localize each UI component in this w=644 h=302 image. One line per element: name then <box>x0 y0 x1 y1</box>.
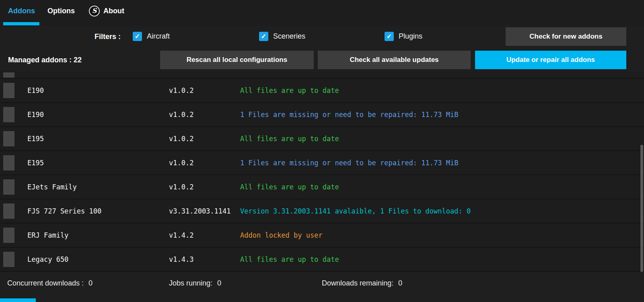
addon-list: E190v1.0.2All files are up to dateE190v1… <box>0 72 644 272</box>
addon-select-box[interactable] <box>3 72 14 78</box>
filter-sceneries[interactable]: ✓ Sceneries <box>259 32 305 41</box>
addon-status: All files are up to date <box>240 135 644 143</box>
tab-addons-label: Addons <box>8 7 35 15</box>
status-bar: Concurrent downloads : 0 Jobs running: 0… <box>0 272 644 294</box>
addon-version: v1.4.3 <box>169 255 240 263</box>
jobs-running-label: Jobs running: <box>169 279 212 288</box>
addon-name: ERJ Family <box>27 231 169 239</box>
downloads-remaining-status: Downloads remaining: 0 <box>322 279 402 288</box>
managed-addons-count: Managed addons : 22 <box>8 56 82 64</box>
addon-name: E190 <box>27 111 169 119</box>
addon-row[interactable]: FJS 727 Series 100v3.31.2003.1141Version… <box>0 199 644 224</box>
filters-heading: Filters : <box>95 33 121 41</box>
addon-row[interactable]: E195v1.0.21 Files are missing or need to… <box>0 151 644 175</box>
concurrent-downloads-status: Concurrent downloads : 0 <box>7 279 93 288</box>
addon-select-box[interactable] <box>3 131 14 146</box>
addon-select-box[interactable] <box>3 155 14 171</box>
addon-status: 1 Files are missing or need to be repair… <box>240 159 644 167</box>
addon-row-partial[interactable] <box>0 72 644 79</box>
addon-version: v3.31.2003.1141 <box>169 207 240 215</box>
tab-about-label: About <box>103 7 124 15</box>
addon-status: 1 Files are missing or need to be repair… <box>240 111 644 119</box>
addon-version: v1.4.2 <box>169 231 240 239</box>
check-new-addons-button[interactable]: Check for new addons <box>506 27 626 46</box>
addon-row[interactable]: E195v1.0.2All files are up to date <box>0 127 644 151</box>
addon-row[interactable]: Legacy 650v1.4.3All files are up to date <box>0 248 644 272</box>
check-mark-icon: ✓ <box>261 33 266 40</box>
addon-name: FJS 727 Series 100 <box>27 207 169 215</box>
addon-name: E195 <box>27 159 169 167</box>
check-mark-icon: ✓ <box>135 33 140 40</box>
tab-options[interactable]: Options <box>47 0 75 22</box>
concurrent-downloads-label: Concurrent downloads : <box>7 279 84 288</box>
addon-status: All files are up to date <box>240 86 644 95</box>
downloads-remaining-value: 0 <box>398 279 402 288</box>
addon-status: Version 3.31.2003.1141 avalaible, 1 File… <box>240 207 644 215</box>
addon-status: Addon locked by user <box>240 231 644 239</box>
checkbox-checked-icon[interactable]: ✓ <box>259 32 268 41</box>
active-tab-indicator <box>3 22 39 25</box>
tab-bar: Addons Options S About <box>0 0 644 25</box>
filter-plugins-label: Plugins <box>399 32 422 41</box>
addon-status: All files are up to date <box>240 183 644 191</box>
tab-about[interactable]: S About <box>89 0 124 22</box>
addon-version: v1.0.2 <box>169 183 240 191</box>
addon-select-box[interactable] <box>3 179 14 195</box>
rescan-configurations-button[interactable]: Rescan all local configurations <box>160 51 314 69</box>
addon-name: E195 <box>27 135 169 143</box>
checkbox-checked-icon[interactable]: ✓ <box>133 32 142 41</box>
addon-row[interactable]: E190v1.0.2All files are up to date <box>0 79 644 103</box>
addon-status: All files are up to date <box>240 255 644 263</box>
addon-name: E190 <box>27 86 169 95</box>
jobs-running-status: Jobs running: 0 <box>169 279 221 288</box>
addon-select-box[interactable] <box>3 228 14 243</box>
check-mark-icon: ✓ <box>387 33 392 40</box>
addon-name: Legacy 650 <box>27 255 169 263</box>
progress-bar <box>0 298 36 302</box>
addon-name: EJets Family <box>27 183 169 191</box>
tab-options-label: Options <box>47 7 75 15</box>
filter-sceneries-label: Sceneries <box>273 32 305 41</box>
addon-version: v1.0.2 <box>169 159 240 167</box>
scrollbar-thumb[interactable] <box>640 145 643 272</box>
addon-version: v1.0.2 <box>169 86 240 95</box>
addon-version: v1.0.2 <box>169 135 240 143</box>
addon-row[interactable]: E190v1.0.21 Files are missing or need to… <box>0 103 644 127</box>
addon-row[interactable]: ERJ Familyv1.4.2Addon locked by user <box>0 224 644 248</box>
update-repair-all-button[interactable]: Update or repair all addons <box>475 51 626 69</box>
check-updates-button[interactable]: Check all available updates <box>318 51 471 69</box>
addon-version: v1.0.2 <box>169 111 240 119</box>
filter-plugins[interactable]: ✓ Plugins <box>385 32 422 41</box>
skunkcrafts-logo-icon: S <box>89 6 100 16</box>
filter-aircraft-label: Aircraft <box>147 32 170 41</box>
addon-select-box[interactable] <box>3 107 14 122</box>
downloads-remaining-label: Downloads remaining: <box>322 279 393 288</box>
filter-aircraft[interactable]: ✓ Aircraft <box>133 32 170 41</box>
tab-addons[interactable]: Addons <box>8 0 35 22</box>
jobs-running-value: 0 <box>217 279 221 288</box>
checkbox-checked-icon[interactable]: ✓ <box>385 32 394 41</box>
addon-select-box[interactable] <box>3 83 14 98</box>
addon-select-box[interactable] <box>3 252 14 267</box>
addon-select-box[interactable] <box>3 203 14 219</box>
concurrent-downloads-value: 0 <box>88 279 93 288</box>
addon-row[interactable]: EJets Familyv1.0.2All files are up to da… <box>0 175 644 199</box>
